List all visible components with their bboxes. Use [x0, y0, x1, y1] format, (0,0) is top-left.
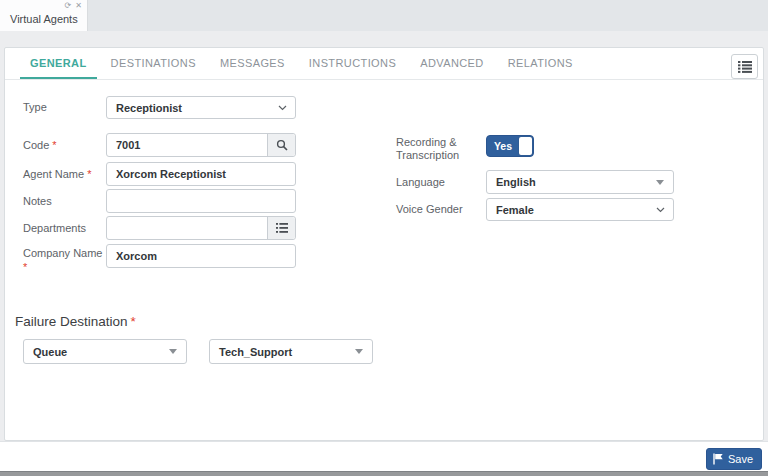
virtual-agents-screen: ⟳ ✕ Virtual Agents GENERAL DESTINATIONS …: [0, 0, 768, 476]
list-icon: [276, 223, 288, 233]
save-flag-icon: [713, 453, 724, 465]
footer-bar: Save: [0, 441, 768, 471]
refresh-icon[interactable]: ⟳: [65, 1, 72, 10]
recording-transcription-label: Recording & Transcription: [396, 136, 484, 162]
failure-destination-heading: Failure Destination*: [15, 314, 136, 329]
agent-name-input[interactable]: Xorcom Receptionist: [106, 162, 296, 186]
failure-destination-type-select[interactable]: Queue: [23, 339, 187, 364]
tab-general[interactable]: GENERAL: [20, 48, 97, 79]
type-label: Type: [23, 96, 47, 119]
bottom-strip: [0, 471, 768, 476]
tab-instructions[interactable]: INSTRUCTIONS: [299, 48, 406, 79]
save-button[interactable]: Save: [706, 448, 762, 470]
tab-destinations[interactable]: DESTINATIONS: [101, 48, 206, 79]
code-search-button[interactable]: [267, 134, 295, 156]
search-icon: [276, 139, 288, 151]
departments-input[interactable]: [106, 216, 296, 240]
tab-messages[interactable]: MESSAGES: [210, 48, 295, 79]
notes-input[interactable]: [106, 189, 296, 213]
section-tabs: GENERAL DESTINATIONS MESSAGES INSTRUCTIO…: [5, 48, 763, 80]
caret-down-icon: [169, 349, 177, 354]
toggle-knob: [519, 137, 532, 155]
language-select[interactable]: English: [486, 170, 674, 194]
company-name-input[interactable]: Xorcom: [106, 244, 296, 268]
window-tab-title: Virtual Agents: [10, 13, 78, 25]
caret-down-icon: [656, 180, 664, 185]
departments-list-button[interactable]: [267, 217, 295, 239]
chevron-down-icon: [656, 207, 665, 213]
list-icon: [738, 61, 752, 73]
code-label: Code*: [23, 133, 57, 157]
notes-label: Notes: [23, 189, 52, 213]
type-select[interactable]: Receptionist: [106, 96, 296, 119]
tab-advanced[interactable]: ADVANCED: [410, 48, 494, 79]
failure-destination-target-select[interactable]: Tech_Support: [209, 339, 373, 364]
caret-down-icon: [355, 349, 363, 354]
main-panel: GENERAL DESTINATIONS MESSAGES INSTRUCTIO…: [4, 47, 764, 441]
tab-action-icons: ⟳ ✕: [65, 1, 82, 10]
virtual-agents-window-tab[interactable]: ⟳ ✕ Virtual Agents: [0, 0, 88, 31]
window-tab-bar: ⟳ ✕ Virtual Agents: [0, 0, 768, 31]
chevron-down-icon: [278, 105, 287, 111]
voice-gender-label: Voice Gender: [396, 198, 463, 221]
code-input[interactable]: 7001: [106, 133, 296, 157]
company-name-label: Company Name*: [23, 247, 103, 273]
tab-relations[interactable]: RELATIONS: [498, 48, 583, 79]
close-icon[interactable]: ✕: [75, 1, 82, 10]
language-label: Language: [396, 170, 445, 194]
departments-label: Departments: [23, 216, 86, 240]
list-view-button[interactable]: [731, 54, 758, 79]
agent-name-label: Agent Name*: [23, 162, 91, 186]
recording-toggle[interactable]: Yes: [486, 135, 534, 157]
voice-gender-select[interactable]: Female: [486, 198, 674, 221]
